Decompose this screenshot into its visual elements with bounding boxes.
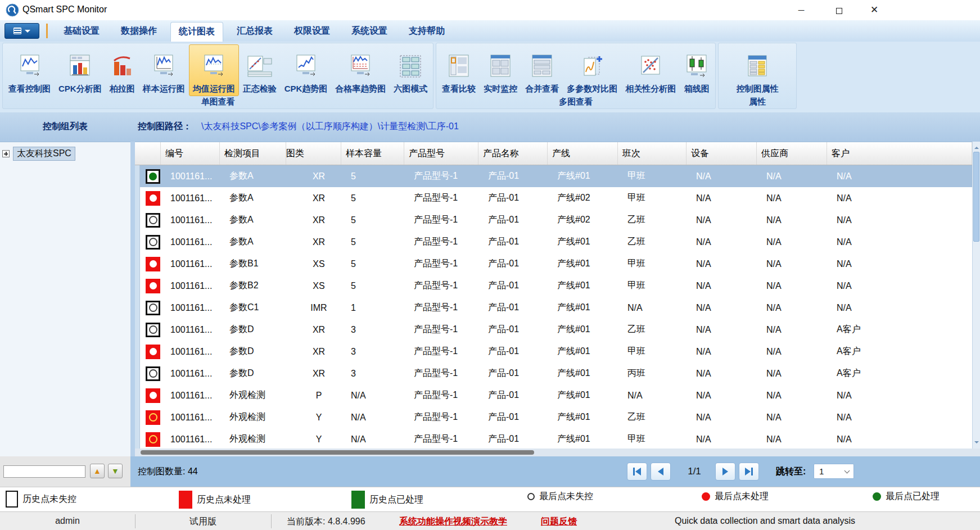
column-header[interactable]: 客户 (827, 142, 972, 165)
sample-run-chart-button[interactable]: 样本运行图 (139, 44, 189, 96)
table-cell: 参数A (225, 214, 291, 226)
ribbon-group-single-chart: 查看控制图 CPK分析图 柏拉图 样本运行图 (2, 43, 433, 109)
tree-node-root[interactable]: 太友科技SPC (0, 142, 130, 161)
table-row[interactable]: 1001161...参数DXR3产品型号-1产品-01产线#01甲班N/AN/A… (135, 341, 972, 363)
title-bar: QSmart SPC Monitor ─ ✕ (0, 0, 980, 20)
legend-item: 历史点未失控 (6, 491, 76, 508)
box-plot-button[interactable]: 箱线图 (680, 44, 713, 96)
panel-splitter[interactable] (130, 142, 135, 456)
table-row[interactable]: 1001161...外观检测PN/A产品型号-1产品-01产线#01N/AN/A… (135, 384, 972, 406)
table-row[interactable]: 1001161...参数B1XS5产品型号-1产品-01产线#01甲班N/AN/… (135, 253, 972, 275)
correlation-analysis-button[interactable]: 相关性分析图 (621, 44, 680, 96)
table-row[interactable]: 1001161...参数AXR5产品型号-1产品-01产线#01甲班N/AN/A… (135, 165, 972, 187)
table-cell: N/A (832, 259, 972, 269)
scroll-up-icon[interactable] (974, 144, 979, 149)
table-cell: 参数B1 (225, 258, 291, 270)
table-row[interactable]: 1001161...参数DXR3产品型号-1产品-01产线#01丙班N/AN/A… (135, 363, 972, 384)
table-row[interactable]: 1001161...参数DXR3产品型号-1产品-01产线#01乙班N/AN/A… (135, 319, 972, 341)
menu-tab-2[interactable]: 统计图表 (170, 22, 223, 43)
column-header[interactable]: 检测项目 (220, 142, 286, 165)
view-compare-icon (446, 51, 472, 82)
move-down-button[interactable]: ▼ (108, 464, 123, 478)
table-cell: 产品型号-1 (409, 258, 484, 270)
previous-page-button[interactable] (651, 463, 671, 481)
correlation-analysis-icon (638, 51, 663, 82)
table-row[interactable]: 1001161...参数AXR5产品型号-1产品-01产线#01乙班N/AN/A… (135, 231, 972, 253)
table-cell: 参数A (225, 192, 291, 204)
first-page-button[interactable] (627, 463, 647, 481)
table-row[interactable]: 1001161...参数C1IMR1产品型号-1产品-01产线#01N/AN/A… (135, 297, 972, 319)
feedback-link[interactable]: 问题反馈 (541, 516, 577, 528)
column-status[interactable] (135, 142, 161, 165)
table-footer-bar: 控制图数量: 44 1/1 跳转至: 1 (130, 456, 980, 487)
pass-rate-trend-chart-button[interactable]: 合格率趋势图 (331, 44, 390, 96)
table-cell: IMR (291, 303, 346, 313)
horizontal-scrollbar[interactable] (135, 449, 980, 456)
cpk-trend-chart-button[interactable]: CPK趋势图 (281, 44, 332, 96)
table-row[interactable]: 1001161...参数AXR5产品型号-1产品-01产线#02甲班N/AN/A… (135, 187, 972, 209)
last-page-button[interactable] (739, 463, 759, 481)
pass-rate-trend-chart-icon (347, 51, 373, 82)
realtime-monitor-button[interactable]: 实时监控 (480, 44, 521, 96)
six-chart-mode-button[interactable]: 六图模式 (390, 44, 431, 96)
table-cell: 产品型号-1 (409, 236, 484, 248)
cpk-analysis-button[interactable]: CPK分析图 (55, 44, 106, 96)
table-cell: 1001161... (166, 391, 225, 401)
table-row[interactable]: 1001161...外观检测YN/A产品型号-1产品-01产线#01甲班N/AN… (135, 428, 972, 449)
close-button[interactable]: ✕ (863, 3, 886, 17)
video-tutorial-link[interactable]: 系统功能操作视频演示教学 (399, 516, 507, 528)
move-up-button[interactable]: ▲ (90, 464, 105, 478)
horizontal-scroll-thumb[interactable] (141, 450, 534, 455)
view-control-chart-button[interactable]: 查看控制图 (4, 44, 55, 96)
vertical-scroll-thumb[interactable] (973, 152, 979, 242)
pareto-chart-button[interactable]: 柏拉图 (106, 44, 139, 96)
table-cell: N/A (346, 434, 409, 445)
tree-expander-icon[interactable] (2, 150, 10, 157)
row-status-cell (140, 410, 166, 425)
merged-view-button[interactable]: 合并查看 (521, 44, 563, 96)
mean-run-chart-button[interactable]: 均值运行图 (189, 44, 239, 96)
menu-tab-4[interactable]: 权限设置 (286, 22, 338, 40)
vertical-scrollbar[interactable] (972, 142, 980, 449)
multi-parameter-compare-button[interactable]: 多参数对比图 (563, 44, 621, 96)
column-header[interactable]: 编号 (161, 142, 220, 165)
maximize-button[interactable] (828, 3, 850, 17)
minimize-button[interactable]: ─ (790, 3, 812, 17)
column-header[interactable]: 产线 (548, 142, 618, 165)
column-header[interactable]: 设备 (687, 142, 757, 165)
control-chart-properties-button[interactable]: 控制图属性 (733, 44, 783, 96)
table-cell: 5 (346, 215, 409, 225)
menu-tab-5[interactable]: 系统设置 (344, 22, 395, 40)
table-cell: 1 (346, 303, 409, 313)
table-row[interactable]: 1001161...外观检测YN/A产品型号-1产品-01产线#01乙班N/AN… (135, 406, 972, 428)
table-row[interactable]: 1001161...参数AXR5产品型号-1产品-01产线#02乙班N/AN/A… (135, 209, 972, 231)
column-header[interactable]: 图类 (286, 142, 341, 165)
app-menu-button[interactable] (4, 23, 39, 39)
menu-tab-1[interactable]: 数据操作 (113, 22, 165, 40)
cpk-analysis-icon (67, 51, 93, 82)
menu-tab-6[interactable]: 支持帮助 (401, 22, 453, 40)
column-header[interactable]: 供应商 (757, 142, 827, 165)
column-header[interactable]: 样本容量 (341, 142, 404, 165)
table-row[interactable]: 1001161...参数B2XS5产品型号-1产品-01产线#01甲班N/AN/… (135, 275, 972, 297)
column-header[interactable]: 产品名称 (478, 142, 548, 165)
scroll-down-icon[interactable] (974, 441, 979, 446)
next-page-button[interactable] (715, 463, 735, 481)
table-cell: P (291, 391, 346, 401)
status-red-hollow-icon (146, 432, 160, 447)
table-cell: 参数A (225, 170, 291, 182)
normality-test-button[interactable]: 正态检验 (239, 44, 281, 96)
column-header[interactable]: 产品型号 (404, 142, 478, 165)
table-cell: Y (291, 434, 346, 445)
tree-search-input[interactable] (3, 465, 85, 478)
status-red-dot-icon (146, 388, 160, 403)
menu-tab-0[interactable]: 基础设置 (56, 22, 107, 40)
jump-page-select[interactable]: 1 (814, 464, 854, 479)
view-compare-button[interactable]: 查看比较 (438, 44, 480, 96)
table-cell: 产线#02 (553, 214, 623, 226)
table-cell: 1001161... (166, 303, 225, 313)
menu-tab-3[interactable]: 汇总报表 (229, 22, 281, 40)
column-header[interactable]: 班次 (618, 142, 687, 165)
table-cell: 产线#02 (553, 192, 623, 204)
row-status-cell (140, 169, 166, 184)
